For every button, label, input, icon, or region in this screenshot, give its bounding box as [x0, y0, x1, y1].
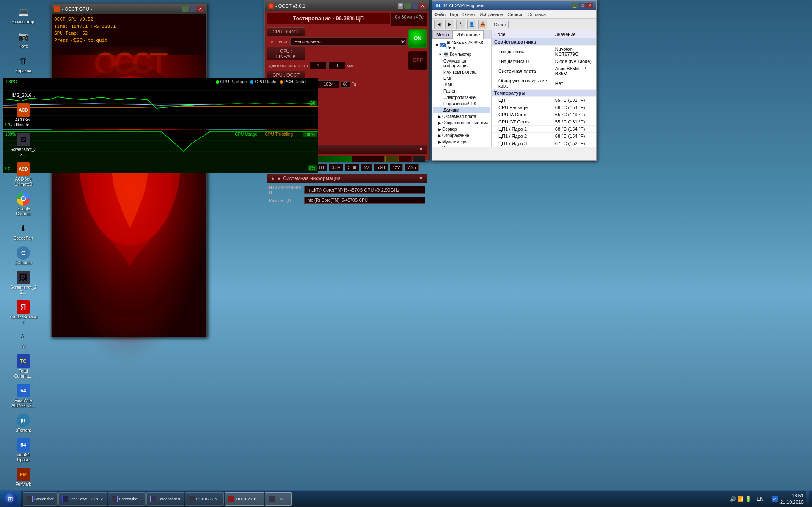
desktop-icon-ai[interactable]: AI AI	[8, 328, 38, 351]
aida64-toolbar-export[interactable]: 📤	[478, 20, 487, 29]
occt-main-close[interactable]: ✕	[419, 3, 426, 9]
show-desktop-btn[interactable]	[806, 491, 809, 507]
desktop-icon-totalcmd[interactable]: TC Total Comma...	[8, 353, 38, 381]
aida64-tree-multimedia[interactable]: ▶ Мультимедиа	[433, 139, 490, 145]
aida64-storage-arrow: ▶	[438, 146, 441, 148]
aida64-server-label: Сервер	[442, 127, 457, 132]
aida64-core2-field: ЦП1 / Ядро 2	[492, 133, 553, 140]
aida64-tree-overclock[interactable]: Разгон	[433, 88, 490, 94]
occt-duration-input1[interactable]	[310, 62, 327, 69]
aida64-close[interactable]: ✕	[586, 3, 593, 8]
occt-cpu-occt-btn[interactable]: CPU : OCCT	[267, 27, 305, 36]
desktop-icon-photos[interactable]: 📷 Фото	[8, 28, 38, 51]
aida64-menu-view[interactable]: Вид	[450, 12, 458, 17]
aida64-tree-server[interactable]: ▶ Сервер	[433, 126, 490, 132]
taskbar-techpower-label: TechPowe... GPU Z	[70, 497, 103, 501]
aida64-menu-help[interactable]: Справка	[528, 12, 546, 17]
desktop-icon-trash[interactable]: 🗑 Корзина	[8, 52, 38, 75]
start-button[interactable]: ⊞	[0, 491, 21, 507]
desktop-icon-screenshot2[interactable]: 🖼 Screenshot_2 Z...	[8, 269, 38, 297]
desktop-icon-ccleaner[interactable]: C CCleaner	[8, 244, 38, 267]
aida64-tree-display[interactable]: ▶ Отображение	[433, 132, 490, 139]
taskbar-item-screenshot8[interactable]: Screenshot 8	[108, 492, 146, 506]
photos-label: Фото	[19, 44, 28, 49]
aida64-menu-service[interactable]: Сервис	[507, 12, 523, 17]
desktop-icon-img1[interactable]: 🖼 IMG_2016...	[8, 77, 38, 100]
aida64-pcname-label: Имя компьютера	[443, 70, 476, 74]
occt-main-maximize[interactable]: □	[412, 3, 418, 9]
occt-test-type-select[interactable]: Непрерывно	[290, 37, 407, 46]
occt-main-menu-icon[interactable]: ≡	[398, 3, 403, 9]
aida64-menu-report[interactable]: Отчёт	[462, 12, 475, 17]
aida64-tree-dmi[interactable]: DMI	[433, 75, 490, 82]
desktop-icon-acdsee[interactable]: ACD ACDSee Ultimate...	[8, 101, 38, 129]
aida64-title: 64 AIDA64 Engineer	[443, 3, 485, 8]
aida64-tree-power[interactable]: Электропитание	[433, 94, 490, 101]
aida64-tree-computer-label: Компьютер	[450, 52, 472, 57]
occt-sysinfo-section: ★ ★ Системная информация ▼	[267, 174, 427, 183]
occt-gpu-titlebar[interactable]: - OCCT GPU - _ □ ✕	[52, 4, 206, 14]
aida64-tab-menu[interactable]: Меню	[432, 30, 453, 39]
aida64-tab-favorites[interactable]: Избранное	[453, 30, 484, 39]
desktop-icon-computer[interactable]: 💻 Компьютер	[8, 3, 38, 26]
occt-v725-value: 7.25	[405, 164, 418, 171]
aida64-tree-sensors[interactable]: Датчики	[433, 107, 490, 113]
occt-cpu-linpack-btn[interactable]: CPU : LINPACK	[267, 47, 305, 60]
aida64-tree-portable[interactable]: Портативный ПК	[433, 101, 490, 107]
occt-gpu-maximize[interactable]: □	[190, 6, 196, 12]
occt-duration-label: Длительность теста	[269, 63, 308, 68]
aida64-section-sensor[interactable]: Свойства датчика	[492, 38, 596, 46]
aida64-tree-os[interactable]: ▶ Операционная система	[433, 120, 490, 126]
occt-duration-row: Длительность теста мин	[267, 62, 407, 69]
occt-duration-input2[interactable]	[328, 62, 345, 69]
occt-gpu-info-line1: OCCT GPU v0.52	[54, 16, 204, 23]
occt-gpu-minimize[interactable]: _	[182, 6, 189, 12]
aida64-tree-root-arrow: ▼	[435, 43, 439, 47]
desktop-icon-acdsee9[interactable]: ACD ACDSee Ultimate9	[8, 161, 38, 189]
occt-main-minimize[interactable]: _	[404, 3, 411, 9]
taskbar-item-techpower[interactable]: TechPowe... GPU Z	[58, 492, 107, 506]
aida64-minimize[interactable]: _	[571, 3, 578, 8]
desktop-icon-chrome[interactable]: Google Chrome	[8, 190, 38, 218]
occt-on-button[interactable]: ON	[408, 29, 427, 48]
occt-off-button[interactable]: OFF	[408, 51, 427, 70]
aida64-menu-file[interactable]: Файл	[434, 12, 446, 17]
taskbar-item-oii[interactable]: ...OII...	[265, 492, 292, 506]
desktop-icon-screenshot3[interactable]: 🖼 Screenshot_3 Z...	[8, 131, 38, 159]
aida64-titlebar[interactable]: 64 64 AIDA64 Engineer _ □ ✕	[432, 1, 596, 10]
desktop-icon-aida64[interactable]: 64 FinalWire AIDA64 v5...	[8, 382, 38, 410]
aida64-tree-ipmi[interactable]: IPMI	[433, 82, 490, 88]
aida64-tree-board[interactable]: ▶ Системная плата	[433, 113, 490, 120]
desktop-icon-speedfan[interactable]: 🌡 SpeedFan	[8, 220, 38, 243]
aida64-label: FinalWire AIDA64 v5...	[10, 398, 36, 408]
taskbar-item-p1010[interactable]: P1010777 a...	[185, 492, 224, 506]
aida64-tree-summary[interactable]: Суммарная информация	[433, 58, 490, 69]
occt-gpu-close[interactable]: ✕	[197, 6, 204, 12]
aida64-toolbar-forward[interactable]: ▶	[445, 20, 454, 29]
occt-test-type-row: Тип теста: Непрерывно	[267, 37, 407, 46]
aida64-section-temp[interactable]: Температуры	[492, 90, 596, 97]
utorrent-icon: µT	[17, 414, 30, 427]
desktop-icon-furmark[interactable]: FM FurMark	[8, 466, 38, 489]
taskbar-item-screenshot[interactable]: Screenshot	[23, 492, 58, 506]
aida64-tree-storage[interactable]: ▶ Хранение данных	[433, 145, 490, 147]
aida64-tree-pcname[interactable]: Имя компьютера	[433, 69, 490, 75]
aida64-main-window: 64 64 AIDA64 Engineer _ □ ✕ Файл Вид Отч…	[432, 0, 597, 161]
taskbar-screenshot8-label: Screenshot 8	[119, 497, 142, 501]
aida64-title-icon: 64	[435, 3, 441, 8]
desktop-icon-yandex[interactable]: Я YandexBrowser	[8, 299, 38, 326]
desktop-icon-aida64-shortcut[interactable]: 64 aida64 Ярлык	[8, 436, 38, 464]
aida64-tree-computer[interactable]: ▼ 💻 Компьютер	[433, 51, 490, 58]
taskbar-item-occt[interactable]: OCCT v3.01...	[225, 492, 264, 506]
occt-resolution-h[interactable]	[318, 80, 339, 88]
taskbar-item-screenshot9[interactable]: Screenshot 9	[146, 492, 184, 506]
aida64-menu-favorites[interactable]: Избранное	[479, 12, 503, 17]
aida64-toolbar-refresh[interactable]: ↻	[456, 20, 465, 29]
aida64-tree-root[interactable]: ▼ 64 AIDA64 v5.75.3958 Beta	[433, 40, 490, 51]
occt-main-titlebar[interactable]: 🔴 - OCCT v3.0.1 ≡ _ □ ✕	[265, 1, 429, 11]
aida64-tray-icon[interactable]: 64	[772, 496, 778, 502]
aida64-toolbar-user[interactable]: 👤	[467, 20, 476, 29]
desktop-icon-utorrent[interactable]: µT uTorrent	[8, 412, 38, 435]
aida64-maximize[interactable]: □	[579, 3, 586, 8]
aida64-toolbar-back[interactable]: ◀	[434, 20, 443, 29]
